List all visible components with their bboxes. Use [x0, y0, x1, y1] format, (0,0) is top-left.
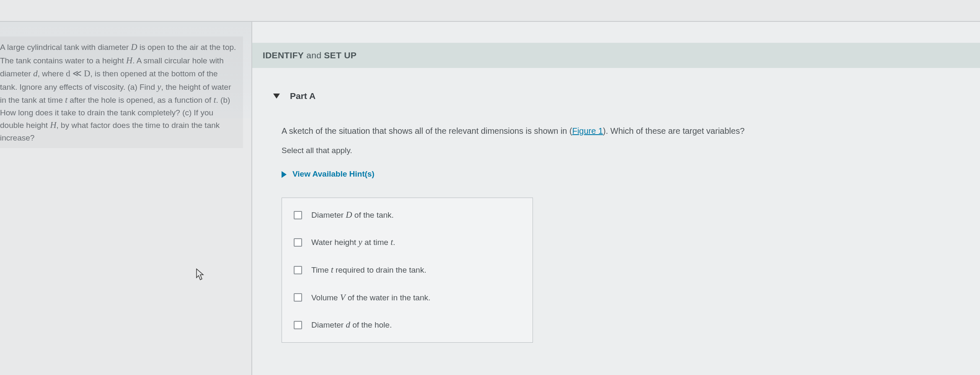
checkbox[interactable]: [294, 293, 302, 302]
var-y: y: [157, 82, 161, 92]
options-box: Diameter D of the tank. Water height y a…: [282, 198, 533, 343]
var-H: H: [50, 120, 56, 130]
question-post: ). Which of these are target variables?: [603, 126, 745, 135]
option-row[interactable]: Time t required to drain the tank.: [282, 256, 533, 284]
option-row[interactable]: Water height y at time t.: [282, 229, 533, 256]
var-d: d: [33, 68, 38, 78]
option-label: Diameter d of the hole.: [311, 318, 392, 332]
option-label: Time t required to drain the tank.: [311, 263, 426, 277]
option-label: Volume V of the water in the tank.: [311, 291, 430, 305]
part-toggle[interactable]: Part A: [273, 91, 980, 101]
option-label: Water height y at time t.: [311, 235, 395, 250]
hints-label: View Available Hint(s): [292, 168, 375, 180]
section-label-b: SET UP: [324, 50, 357, 60]
option-label: Diameter D of the tank.: [311, 208, 394, 222]
relation: d ≪ D: [66, 68, 90, 78]
problem-frag: A large cylindrical tank with diameter: [0, 43, 131, 52]
figure-link[interactable]: Figure 1: [572, 126, 603, 135]
section-join: and: [304, 50, 324, 60]
view-hints-toggle[interactable]: View Available Hint(s): [282, 168, 980, 180]
checkbox[interactable]: [294, 238, 302, 247]
problem-frag: after the hole is opened, as a function …: [67, 96, 214, 104]
checkbox[interactable]: [294, 211, 302, 219]
checkbox[interactable]: [294, 266, 302, 274]
checkbox[interactable]: [294, 321, 302, 329]
option-row[interactable]: Diameter D of the tank.: [282, 201, 533, 229]
question-pre: A sketch of the situation that shows all…: [282, 126, 572, 135]
question-body: A sketch of the situation that shows all…: [282, 124, 980, 343]
chevron-down-icon: [273, 94, 280, 99]
select-instruction: Select all that apply.: [282, 144, 980, 157]
answer-pane: IDENTIFY and SET UP Part A A sketch of t…: [252, 22, 980, 375]
option-row[interactable]: Diameter d of the hole.: [282, 311, 533, 339]
problem-frag: , where: [38, 69, 66, 78]
problem-statement: A large cylindrical tank with diameter D…: [0, 36, 243, 148]
part-label: Part A: [290, 91, 315, 101]
chevron-right-icon: [282, 171, 287, 178]
problem-pane: A large cylindrical tank with diameter D…: [0, 22, 251, 375]
section-label-a: IDENTIFY: [263, 50, 304, 60]
question-text: A sketch of the situation that shows all…: [282, 124, 980, 138]
var-H: H: [126, 55, 132, 65]
option-row[interactable]: Volume V of the water in the tank.: [282, 284, 533, 312]
section-header: IDENTIFY and SET UP: [252, 43, 980, 68]
var-D: D: [131, 42, 137, 52]
